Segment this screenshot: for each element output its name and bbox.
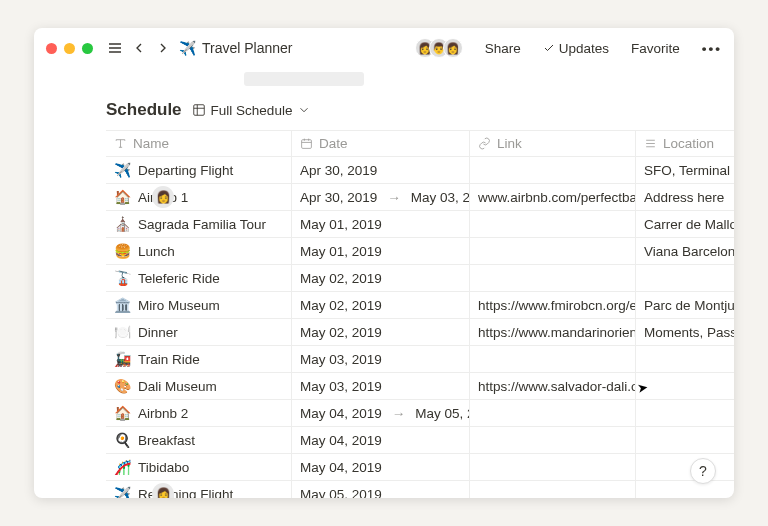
sidebar-toggle-icon[interactable] [107, 40, 123, 56]
cell-date[interactable]: May 04, 2019 [292, 454, 470, 480]
cell-location[interactable]: SFO, Terminal 1 [636, 157, 734, 183]
cell-date[interactable]: May 02, 2019 [292, 292, 470, 318]
cell-date[interactable]: Apr 30, 2019→May 03, 2019 [292, 184, 470, 210]
table-row[interactable]: 🏛️Miro MuseumMay 02, 2019https://www.fmi… [106, 292, 734, 319]
back-button[interactable] [131, 40, 147, 56]
cell-link[interactable] [470, 238, 636, 264]
cell-link[interactable] [470, 346, 636, 372]
table-row[interactable]: 🍔LunchMay 01, 2019Viana Barcelona [106, 238, 734, 265]
row-title: Airbnb 2 [138, 406, 188, 421]
column-label: Date [319, 136, 348, 151]
cell-name[interactable]: ✈️Returning Flight [106, 481, 292, 498]
table-row[interactable]: ✈️Departing FlightApr 30, 2019SFO, Termi… [106, 157, 734, 184]
more-menu-button[interactable]: ••• [702, 41, 722, 56]
view-label: Full Schedule [211, 103, 293, 118]
cell-date[interactable]: Apr 30, 2019 [292, 157, 470, 183]
column-header-date[interactable]: Date [292, 131, 470, 156]
cell-location[interactable] [636, 346, 734, 372]
cell-location[interactable] [636, 373, 734, 399]
cell-name[interactable]: 🏛️Miro Museum [106, 292, 292, 318]
cell-name[interactable]: 🏠Airbnb 1 [106, 184, 292, 210]
cell-location[interactable]: Address here [636, 184, 734, 210]
row-icon: 🍳 [114, 432, 131, 448]
cell-link[interactable] [470, 211, 636, 237]
table-row[interactable]: ✈️Returning FlightMay 05, 2019 [106, 481, 734, 498]
cell-date[interactable]: May 03, 2019 [292, 346, 470, 372]
cell-link[interactable] [470, 265, 636, 291]
collaborator-avatars[interactable]: 👩 👨 👩 [421, 38, 463, 58]
cell-name[interactable]: 🍔Lunch [106, 238, 292, 264]
cell-location[interactable]: Parc de Montjuïc [636, 292, 734, 318]
updates-button[interactable]: Updates [543, 41, 609, 56]
cell-date[interactable]: May 02, 2019 [292, 319, 470, 345]
cell-date[interactable]: May 03, 2019 [292, 373, 470, 399]
table-row[interactable]: 🎢TibidaboMay 04, 2019 [106, 454, 734, 481]
cell-name[interactable]: ✈️Departing Flight [106, 157, 292, 183]
row-title: Breakfast [138, 433, 195, 448]
forward-button[interactable] [155, 40, 171, 56]
table-row[interactable]: 🏠Airbnb 1Apr 30, 2019→May 03, 2019www.ai… [106, 184, 734, 211]
cell-location[interactable]: Carrer de Mallor [636, 211, 734, 237]
breadcrumb[interactable]: ✈️ Travel Planner [179, 40, 293, 56]
row-title: Tibidabo [138, 460, 189, 475]
minimize-window-button[interactable] [64, 43, 75, 54]
cell-link[interactable]: www.airbnb.com/perfectbarcelonah [470, 184, 636, 210]
row-icon: ✈️ [114, 162, 131, 178]
cell-location[interactable] [636, 427, 734, 453]
cell-location[interactable]: Viana Barcelona [636, 238, 734, 264]
cell-date[interactable]: May 02, 2019 [292, 265, 470, 291]
titlebar: ✈️ Travel Planner 👩 👨 👩 Share Updates Fa… [34, 28, 734, 68]
avatar: 👩 [443, 38, 463, 58]
column-label: Name [133, 136, 169, 151]
column-header-name[interactable]: Name [106, 131, 292, 156]
page-title: Travel Planner [202, 40, 293, 56]
cell-location[interactable] [636, 481, 734, 498]
cell-link[interactable] [470, 454, 636, 480]
cell-link[interactable] [470, 400, 636, 426]
favorite-button[interactable]: Favorite [631, 41, 680, 56]
cell-name[interactable]: 🚡Teleferic Ride [106, 265, 292, 291]
cell-date[interactable]: May 04, 2019→May 05, 2019 [292, 400, 470, 426]
cell-link[interactable] [470, 481, 636, 498]
cell-date[interactable]: May 01, 2019 [292, 238, 470, 264]
cell-location[interactable] [636, 265, 734, 291]
cell-location[interactable]: Moments, Passe [636, 319, 734, 345]
cell-link[interactable]: https://www.fmirobcn.org/en/ [470, 292, 636, 318]
cell-link[interactable]: https://www.salvador-dali.org/en/ [470, 373, 636, 399]
cell-name[interactable]: ⛪Sagrada Familia Tour [106, 211, 292, 237]
cell-link[interactable] [470, 427, 636, 453]
cell-name[interactable]: 🍽️Dinner [106, 319, 292, 345]
table-row[interactable]: 🏠Airbnb 2May 04, 2019→May 05, 2019 [106, 400, 734, 427]
cell-name[interactable]: 🎨Dali Museum [106, 373, 292, 399]
cell-location[interactable] [636, 454, 734, 480]
cell-date[interactable]: May 01, 2019 [292, 211, 470, 237]
row-author-avatar: 👩 [152, 483, 174, 498]
view-switcher[interactable]: Full Schedule [192, 103, 312, 118]
table-row[interactable]: 🚂Train RideMay 03, 2019 [106, 346, 734, 373]
table-header-row: Name Date Link Location [106, 130, 734, 157]
close-window-button[interactable] [46, 43, 57, 54]
collapsed-block [104, 72, 664, 86]
table-row[interactable]: 🍳BreakfastMay 04, 2019 [106, 427, 734, 454]
row-icon: ⛪ [114, 216, 131, 232]
table-row[interactable]: 🚡Teleferic RideMay 02, 2019 [106, 265, 734, 292]
row-title: Dinner [138, 325, 178, 340]
column-header-location[interactable]: Location [636, 131, 734, 156]
cell-link[interactable]: https://www.mandarinoriental.com/b [470, 319, 636, 345]
table-row[interactable]: ⛪Sagrada Familia TourMay 01, 2019Carrer … [106, 211, 734, 238]
table-row[interactable]: 🍽️DinnerMay 02, 2019https://www.mandarin… [106, 319, 734, 346]
cell-date[interactable]: May 04, 2019 [292, 427, 470, 453]
help-button[interactable]: ? [690, 458, 716, 484]
database-title[interactable]: Schedule [106, 100, 182, 120]
row-icon: 🚡 [114, 270, 131, 286]
maximize-window-button[interactable] [82, 43, 93, 54]
cell-link[interactable] [470, 157, 636, 183]
cell-date[interactable]: May 05, 2019 [292, 481, 470, 498]
cell-location[interactable] [636, 400, 734, 426]
cell-name[interactable]: 🏠Airbnb 2 [106, 400, 292, 426]
column-header-link[interactable]: Link [470, 131, 636, 156]
cell-name[interactable]: 🍳Breakfast [106, 427, 292, 453]
cell-name[interactable]: 🎢Tibidabo [106, 454, 292, 480]
cell-name[interactable]: 🚂Train Ride [106, 346, 292, 372]
share-button[interactable]: Share [485, 41, 521, 56]
